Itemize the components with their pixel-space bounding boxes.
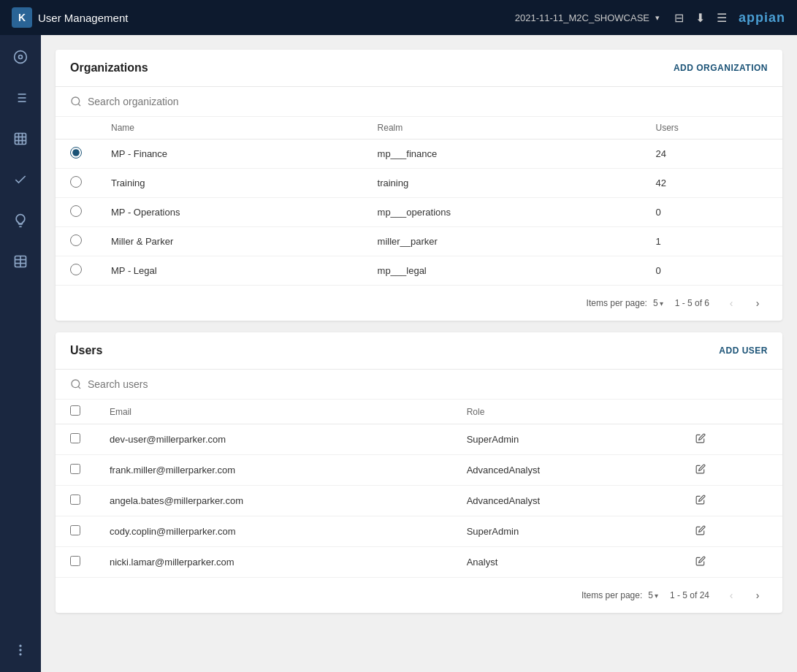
user-checkbox-cell[interactable] bbox=[56, 455, 95, 486]
sidebar-item-compass[interactable] bbox=[7, 44, 34, 70]
org-radio[interactable] bbox=[70, 234, 82, 246]
table-row: dev-user@millerparker.com SuperAdmin bbox=[56, 424, 782, 455]
org-items-per-page-select[interactable]: 5 ▾ bbox=[653, 298, 663, 308]
user-email: frank.miller@millerparker.com bbox=[95, 455, 452, 486]
users-table: Email Role dev-user@millerparker.com Sup… bbox=[56, 400, 782, 577]
org-pagination-range: 1 - 5 of 6 bbox=[675, 298, 709, 308]
users-search-bar bbox=[56, 370, 782, 400]
search-users-input[interactable] bbox=[88, 378, 768, 390]
org-radio[interactable] bbox=[70, 264, 82, 275]
table-row: MP - Finance mp___finance 24 bbox=[56, 140, 782, 169]
org-radio[interactable] bbox=[70, 205, 82, 217]
nav-icons: ⊟ ⬇ ☰ bbox=[674, 11, 727, 25]
menu-icon[interactable]: ☰ bbox=[717, 11, 727, 25]
edit-user-button[interactable] bbox=[691, 524, 710, 539]
users-table-header: Email Role bbox=[56, 400, 782, 424]
org-radio-cell[interactable] bbox=[56, 227, 96, 256]
org-realm: mp___operations bbox=[363, 198, 641, 227]
org-radio[interactable] bbox=[70, 176, 82, 188]
user-email: cody.coplin@millerparker.com bbox=[95, 516, 452, 547]
user-role: AdvancedAnalyst bbox=[452, 486, 677, 516]
users-prev-button[interactable]: ‹ bbox=[721, 585, 741, 606]
environment-selector[interactable]: 2021-11-11_M2C_SHOWCASE ▾ bbox=[515, 12, 660, 23]
org-users: 24 bbox=[641, 140, 783, 169]
org-realm: training bbox=[363, 169, 641, 198]
org-name: Miller & Parker bbox=[96, 227, 363, 256]
org-next-button[interactable]: › bbox=[747, 293, 768, 313]
user-checkbox-cell[interactable] bbox=[56, 547, 95, 578]
org-name: MP - Legal bbox=[96, 256, 363, 286]
users-pagination: Items per page: 5 ▾ 1 - 5 of 24 ‹ › bbox=[56, 577, 782, 613]
col-selector bbox=[56, 400, 95, 424]
user-checkbox[interactable] bbox=[70, 495, 80, 505]
search-organization-input[interactable] bbox=[88, 96, 768, 107]
table-row: Training training 42 bbox=[56, 169, 782, 198]
user-checkbox[interactable] bbox=[70, 556, 80, 566]
edit-user-button[interactable] bbox=[691, 554, 710, 570]
org-per-page-chevron: ▾ bbox=[660, 299, 663, 308]
svg-point-20 bbox=[72, 97, 80, 105]
user-actions bbox=[676, 424, 782, 455]
sidebar-item-bulb[interactable] bbox=[7, 207, 34, 234]
org-prev-button[interactable]: ‹ bbox=[721, 293, 741, 313]
user-checkbox-cell[interactable] bbox=[56, 516, 95, 547]
sidebar-item-list[interactable] bbox=[7, 85, 34, 111]
users-next-button[interactable]: › bbox=[747, 585, 768, 606]
logo-icon: K bbox=[12, 7, 32, 28]
user-role: SuperAdmin bbox=[452, 516, 677, 547]
org-radio-cell[interactable] bbox=[56, 140, 96, 169]
download-icon[interactable]: ⬇ bbox=[695, 11, 705, 25]
org-name: MP - Finance bbox=[96, 140, 363, 169]
add-user-button[interactable]: ADD USER bbox=[719, 345, 768, 356]
org-radio-cell[interactable] bbox=[56, 256, 96, 286]
svg-point-0 bbox=[15, 51, 27, 64]
edit-user-button[interactable] bbox=[691, 462, 710, 478]
users-pagination-range: 1 - 5 of 24 bbox=[670, 590, 709, 600]
top-navigation: K User Management 2021-11-11_M2C_SHOWCAS… bbox=[0, 0, 797, 35]
org-users: 42 bbox=[641, 169, 783, 198]
user-checkbox-cell[interactable] bbox=[56, 424, 95, 455]
content-area: Organizations ADD ORGANIZATION Name Real… bbox=[41, 35, 797, 672]
org-items-per-page-label: Items per page: bbox=[587, 298, 647, 308]
user-email: nicki.lamar@millerparker.com bbox=[95, 547, 452, 578]
edit-user-button[interactable] bbox=[691, 432, 710, 447]
organizations-pagination: Items per page: 5 ▾ 1 - 5 of 6 ‹ › bbox=[56, 285, 782, 321]
svg-point-19 bbox=[20, 654, 21, 655]
app-logo[interactable]: K User Management bbox=[12, 7, 128, 28]
org-realm: miller__parker bbox=[363, 227, 641, 256]
sidebar-item-check[interactable] bbox=[7, 167, 34, 193]
user-actions bbox=[676, 516, 782, 547]
col-role: Role bbox=[452, 400, 677, 424]
user-checkbox[interactable] bbox=[70, 464, 80, 474]
users-title: Users bbox=[70, 344, 102, 357]
users-per-page-chevron: ▾ bbox=[655, 592, 658, 600]
svg-point-17 bbox=[20, 645, 21, 646]
user-actions bbox=[676, 486, 782, 516]
org-radio-cell[interactable] bbox=[56, 169, 96, 198]
add-organization-button[interactable]: ADD ORGANIZATION bbox=[674, 63, 768, 73]
sidebar-item-table[interactable] bbox=[7, 248, 34, 275]
user-role: SuperAdmin bbox=[452, 424, 677, 455]
table-row: angela.bates@millerparker.com AdvancedAn… bbox=[56, 486, 782, 516]
user-actions bbox=[676, 455, 782, 486]
users-items-per-page-select[interactable]: 5 ▾ bbox=[648, 590, 658, 600]
sidebar-item-chart[interactable] bbox=[7, 126, 34, 152]
user-checkbox-cell[interactable] bbox=[56, 486, 95, 516]
org-radio-cell[interactable] bbox=[56, 198, 96, 227]
org-name: Training bbox=[96, 169, 363, 198]
table-row: cody.coplin@millerparker.com SuperAdmin bbox=[56, 516, 782, 547]
appian-logo: appian bbox=[739, 10, 785, 26]
edit-user-button[interactable] bbox=[691, 493, 710, 508]
user-role: AdvancedAnalyst bbox=[452, 455, 677, 486]
org-radio[interactable] bbox=[70, 147, 82, 159]
sidebar-item-more[interactable] bbox=[7, 637, 34, 663]
svg-line-21 bbox=[78, 104, 80, 106]
filter-icon[interactable]: ⊟ bbox=[674, 11, 684, 25]
user-checkbox[interactable] bbox=[70, 525, 80, 535]
user-checkbox[interactable] bbox=[70, 433, 80, 443]
select-all-checkbox[interactable] bbox=[70, 405, 80, 416]
user-email: angela.bates@millerparker.com bbox=[95, 486, 452, 516]
table-row: Miller & Parker miller__parker 1 bbox=[56, 227, 782, 256]
organizations-title: Organizations bbox=[70, 61, 148, 75]
users-header: Users ADD USER bbox=[56, 332, 782, 370]
